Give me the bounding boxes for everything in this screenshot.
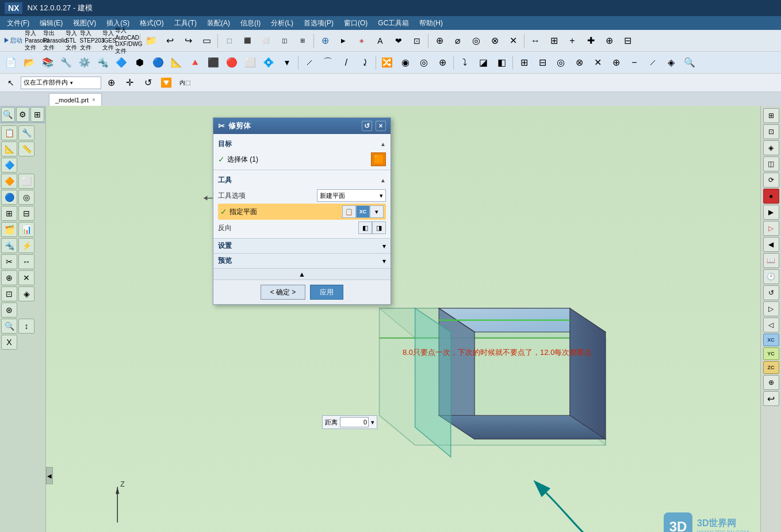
toolbar-view1[interactable]: ⬚ [220,33,238,49]
tool-section-header[interactable]: 工具 ▲ [218,173,386,187]
tb2-icons13[interactable]: 🔴 [223,55,240,71]
toolbar-view4[interactable]: ◫ [275,33,293,49]
sidebar-btn-4[interactable]: 📏 [18,141,35,156]
menu-help[interactable]: 帮助(H) [415,17,447,29]
menu-tools[interactable]: 工具(T) [170,17,201,29]
menu-preferences[interactable]: 首选项(P) [299,17,338,29]
tb2-icons14[interactable]: ⬜ [242,55,259,71]
menu-info[interactable]: 信息(I) [236,17,265,29]
sidebar-btn-2[interactable]: 🔧 [18,125,35,140]
dialog-title-bar[interactable]: ✂ 修剪体 ↺ × [213,118,390,134]
rt-btn-book[interactable]: 📖 [763,253,779,268]
tb2-curve1[interactable]: ⟋ [301,55,318,71]
sidebar-btn-18[interactable]: ⊕ [1,270,17,285]
dialog-reset-button[interactable]: ↺ [362,121,372,131]
rt-btn-red-dot[interactable]: ● [763,189,779,204]
tb2-right3[interactable]: ◎ [552,55,569,71]
tb2-icons5[interactable]: ⚙️ [76,55,93,71]
dialog-expand-btn[interactable]: ▲ [213,269,390,280]
toolbar-view5[interactable]: ⊞ [294,33,311,49]
toolbar-more3[interactable]: ⊞ [545,33,562,49]
tb3-filter-select[interactable]: 仅在工作部件内 ▾ [21,76,101,89]
toolbar-snap1[interactable]: ⊕ [431,33,448,49]
sidebar-btn-7[interactable]: ⬜ [18,174,35,189]
dialog-apply-button[interactable]: 应用 [310,285,343,300]
tb2-snap2[interactable]: ◎ [415,55,432,71]
rt-btn-7[interactable]: ▶ [763,205,779,220]
toolbar-extra5[interactable]: ⊡ [408,33,426,49]
tb3-select-icon[interactable]: ↖ [2,75,20,91]
tb2-icons3[interactable]: 📚 [39,55,56,71]
settings-section[interactable]: 设置 ▾ [213,239,390,254]
toolbar-snap4[interactable]: ⊗ [486,33,503,49]
toolbar-view2[interactable]: ⬛ [239,33,256,49]
tb2-right2[interactable]: ⊟ [534,55,551,71]
tb3-snap[interactable]: ✛ [121,75,138,91]
rt-btn-clock[interactable]: 🕐 [763,269,779,284]
rt-btn-rotate[interactable]: ↺ [763,285,779,300]
tb2-curve4[interactable]: ⤸ [356,55,373,71]
tb3-filter[interactable]: 🔽 [158,75,175,91]
tb2-curve2[interactable]: ⌒ [319,55,336,71]
toolbar-import-step[interactable]: 导入 STEP203 文件 [83,33,101,49]
tb3-rotate[interactable]: ↺ [139,75,156,91]
model-tab[interactable]: _model1.prt × [49,93,102,106]
tb2-icons4[interactable]: 🔧 [58,55,75,71]
tool-option-select[interactable]: 新建平面 ▾ [317,189,386,202]
reverse-extra-btn[interactable]: ◨ [372,221,386,234]
preview-section[interactable]: 预览 ▾ [213,254,390,269]
sidebar-btn-3[interactable]: 📐 [1,141,17,156]
viewport-canvas[interactable]: Z ✂ 修剪体 ↺ × [46,106,760,532]
rt-btn-4[interactable]: ◫ [763,156,779,171]
sidebar-btn-25[interactable]: X [1,335,17,350]
sidebar-btn-14[interactable]: 🔩 [1,238,17,253]
menu-gc[interactable]: GC工具箱 [373,17,414,29]
tb2-extra2[interactable]: ◪ [474,55,492,71]
rt-btn-14[interactable]: ◁ [763,317,779,332]
sidebar-btn-5[interactable]: 🔷 [1,158,17,173]
toolbar-more2[interactable]: ↔ [527,33,544,49]
toolbar-more5[interactable]: ✚ [582,33,599,49]
toolbar-import-dwg[interactable]: 导入 AutoCAD DXF/DWG 文件 [120,33,137,49]
toolbar-extra2[interactable]: ◈ [353,33,370,49]
tb2-open[interactable]: 📂 [21,55,38,71]
tb2-right1[interactable]: ⊞ [515,55,533,71]
tb2-move[interactable]: 🔀 [378,55,396,71]
sidebar-btn-6[interactable]: 🔶 [1,174,17,189]
toolbar-undo[interactable]: ↩ [161,33,178,49]
sidebar-btn-16[interactable]: ✂ [1,254,17,269]
tab-close-icon[interactable]: × [92,97,95,103]
tb2-right6[interactable]: ⊕ [607,55,625,71]
dialog-ok-button[interactable]: < 确定 > [261,285,306,300]
tb2-right7[interactable]: − [626,55,643,71]
tb2-right10[interactable]: 🔍 [681,55,698,71]
tb2-snap[interactable]: ◉ [397,55,414,71]
dialog-close-button[interactable]: × [376,121,386,131]
toolbar-redo[interactable]: ↪ [179,33,197,49]
toolbar-view3[interactable]: ⬜ [257,33,274,49]
sidebar-search-icon[interactable]: 🔍 [1,107,15,122]
tb2-right4[interactable]: ⊗ [571,55,588,71]
rt-btn-xc[interactable]: XC [763,334,779,346]
tb2-icons15[interactable]: 💠 [260,55,277,71]
sidebar-btn-17[interactable]: ↔ [18,254,35,269]
toolbar-start[interactable]: ▶启动 [2,33,23,49]
rt-btn-9[interactable]: ◀ [763,237,779,252]
sidebar-btn-20[interactable]: ⊡ [1,286,17,301]
tb2-snap3[interactable]: ⊕ [434,55,451,71]
sidebar-btn-13[interactable]: 📊 [18,222,35,237]
sidebar-btn-12[interactable]: 🗂️ [1,222,17,237]
tb2-right9[interactable]: ◈ [663,55,680,71]
target-section-header[interactable]: 目标 ▲ [218,136,386,151]
tb3-move[interactable]: ⊕ [102,75,120,91]
menu-view[interactable]: 视图(V) [68,17,101,29]
toolbar-extra4[interactable]: ❤ [390,33,407,49]
toolbar-more7[interactable]: ⊟ [619,33,636,49]
toolbar-extra1[interactable]: ▶ [335,33,352,49]
rt-btn-zc[interactable]: ZC [763,361,779,374]
rt-btn-1[interactable]: ⊞ [763,108,779,123]
toolbar-more6[interactable]: ⊕ [600,33,618,49]
sidebar-btn-19[interactable]: ✕ [18,270,35,285]
sidebar-btn-1[interactable]: 📋 [1,125,17,140]
toolbar-extra3[interactable]: A [372,33,389,49]
